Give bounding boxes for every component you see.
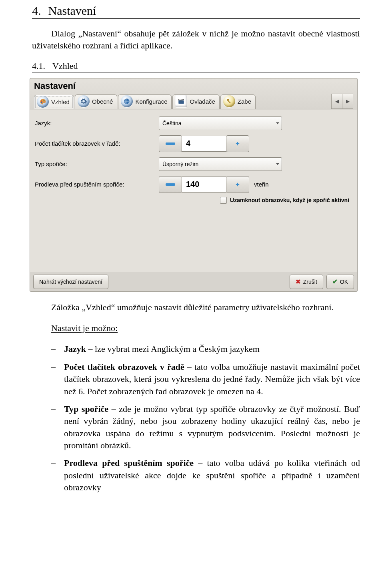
clapper-icon (175, 95, 187, 107)
svg-rect-9 (228, 101, 231, 104)
buttons-increment[interactable] (226, 135, 249, 152)
tab-label: Obecné (92, 98, 113, 105)
intro-paragraph: Dialog „Nastavení“ obsahuje pět záložek … (32, 28, 360, 52)
svg-rect-15 (236, 184, 240, 185)
list-item: Typ spořiče – zde je možno vybrat typ sp… (51, 403, 360, 452)
svg-rect-12 (236, 143, 240, 144)
tab-label: Zabe (238, 98, 251, 105)
saver-type-label: Typ spořiče: (35, 161, 159, 167)
tab-ovladace[interactable]: Ovladače (172, 94, 219, 109)
list-item: Prodleva před spuštěním spořiče – tato v… (51, 457, 360, 494)
load-defaults-button[interactable]: Nahrát výchozí nastavení (33, 275, 108, 289)
tab-konfigurace[interactable]: Konfigurace (118, 94, 172, 109)
tab-zabezpeceni[interactable]: Zabe (220, 94, 256, 109)
delay-decrement[interactable] (159, 176, 182, 193)
language-label: Jazyk: (35, 120, 159, 126)
language-select[interactable]: Čeština (159, 116, 282, 130)
globe-icon (121, 95, 133, 107)
gear-icon (78, 95, 90, 107)
delay-unit: vteřin (254, 181, 269, 188)
svg-rect-13 (166, 183, 175, 186)
tab-panel-vzhled: Jazyk: Čeština Počet tlačítek obrazovek … (30, 110, 358, 272)
tab-vzhled[interactable]: Vzhled (34, 95, 74, 109)
can-set-label: Nastavit je možno: (51, 323, 118, 333)
tab-label: Vzhled (51, 98, 70, 105)
check-icon: ✔ (332, 278, 338, 285)
after-shot-intro: Záložka „Vzhled“ umožňuje nastavit důlež… (32, 301, 360, 313)
close-icon: ✖ (296, 278, 301, 285)
saver-delay-label: Prodleva před spuštěním spořiče: (35, 181, 159, 188)
saver-delay-stepper: 140 (159, 176, 249, 193)
section-number: 4. (32, 4, 41, 18)
tab-scroll-right[interactable]: ▶ (342, 94, 353, 109)
tab-label: Ovladače (190, 98, 215, 105)
section-title: Nastavení (48, 4, 96, 18)
svg-rect-5 (179, 100, 184, 104)
tab-obecne[interactable]: Obecné (75, 94, 118, 109)
svg-rect-10 (166, 142, 175, 145)
cancel-button[interactable]: ✖Zrušit (290, 275, 323, 289)
saver-delay-value[interactable]: 140 (182, 177, 226, 193)
tab-bar: Vzhled Obecné Konfigurace (34, 94, 353, 109)
subsection-number: 4.1. (32, 61, 45, 71)
buttons-count-stepper: 4 (159, 135, 249, 152)
settings-list: Jazyk – lze vybrat mezi Anglickým a Česk… (32, 343, 360, 494)
settings-screenshot: Nastavení Vzhled Obecné (30, 78, 358, 292)
tab-label: Konfigurace (135, 98, 167, 105)
buttons-decrement[interactable] (159, 135, 182, 152)
svg-point-2 (44, 100, 44, 101)
ok-button[interactable]: ✔OK (326, 275, 354, 289)
subsection-title: Vzhled (52, 61, 78, 71)
svg-point-8 (228, 100, 228, 100)
delay-increment[interactable] (226, 176, 249, 193)
saver-type-select[interactable]: Úsporný režim (159, 157, 282, 171)
key-icon (223, 95, 235, 107)
dialog-button-bar: Nahrát výchozí nastavení ✖Zrušit ✔OK (30, 272, 358, 292)
lock-screen-label: Uzamknout obrazovku, když je spořič akti… (230, 197, 349, 203)
svg-point-0 (41, 101, 42, 102)
buttons-count-label: Počet tlačítek obrazovek v řadě: (35, 140, 159, 147)
lock-screen-checkbox[interactable] (220, 197, 227, 204)
dialog-title: Nastavení (34, 81, 353, 91)
buttons-count-value[interactable]: 4 (182, 136, 226, 152)
svg-point-3 (41, 102, 42, 103)
tab-scroll-left[interactable]: ◀ (331, 94, 342, 109)
list-item: Počet tlačítek obrazovek v řadě – tato v… (51, 361, 360, 397)
list-item: Jazyk – lze vybrat mezi Anglickým a Česk… (51, 343, 360, 355)
palette-icon (37, 96, 49, 108)
svg-point-1 (42, 100, 43, 100)
